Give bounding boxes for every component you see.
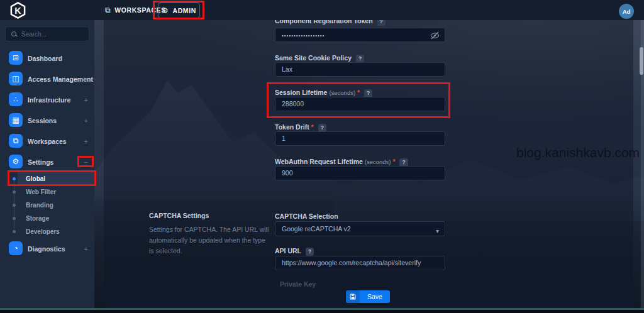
layers-icon: ⧉ — [105, 6, 111, 14]
required-asterisk: * — [311, 123, 314, 131]
svg-text:K: K — [14, 6, 21, 16]
expand-plus-icon[interactable]: + — [84, 131, 88, 151]
blog-watermark: blog.kanishkavb.com — [516, 145, 640, 160]
webauthn-request-lifetime-input[interactable]: 900 — [275, 166, 445, 180]
session-lifetime-input[interactable]: 288000 — [275, 97, 445, 111]
save-button[interactable]: Save — [346, 290, 390, 303]
same-site-cookie-policy-input[interactable]: Lax — [275, 62, 445, 77]
chevron-down-icon: ▾ — [436, 224, 439, 236]
sidebar-subitem-label: Global — [26, 172, 45, 185]
window-bottom-strip — [0, 310, 644, 313]
unit-text: (seconds) — [329, 89, 355, 96]
sidebar-subitem-label: Developers — [26, 224, 60, 238]
expand-plus-icon[interactable]: + — [84, 238, 88, 259]
bullet-dot-icon — [13, 217, 16, 220]
sidebar-subitem-branding[interactable]: Branding — [0, 198, 94, 212]
required-asterisk: * — [357, 89, 360, 96]
field-label-api-url: API URL? — [275, 247, 451, 256]
selected-option: Google reCAPTCHA v2 — [282, 225, 351, 233]
sidebar-subitem-developers[interactable]: Developers — [0, 224, 94, 238]
sidebar-subitem-web-filter[interactable]: Web Filter — [0, 185, 94, 199]
user-avatar[interactable]: Ad — [619, 4, 634, 19]
captcha-section-description: Settings for CAPTCHA. The API URL will a… — [149, 224, 270, 256]
sidebar-item-diagnostics[interactable]: Diagnostics + — [0, 238, 94, 259]
search-placeholder: Search... — [21, 31, 47, 38]
table-icon — [9, 113, 23, 127]
label-text: Same Site Cookie Policy — [275, 54, 352, 62]
sidebar-item-settings[interactable]: Settings − — [0, 151, 94, 172]
search-input[interactable]: Search... — [5, 26, 89, 41]
grid-icon — [9, 51, 23, 65]
captcha-selection-select[interactable]: Google reCAPTCHA v2 ▾ — [275, 221, 445, 236]
component-registration-token-input[interactable]: •••••••••••••••••• — [275, 28, 445, 42]
unit-text: (seconds) — [365, 158, 391, 165]
save-button-label: Save — [360, 290, 390, 303]
kasm-logo-icon[interactable]: K — [9, 2, 26, 19]
sidebar-subitem-label: Web Filter — [26, 185, 56, 199]
required-asterisk: * — [392, 158, 395, 165]
label-text: Token Drift — [275, 123, 309, 131]
field-label-captcha-selection: CAPTCHA Selection — [275, 212, 451, 220]
nodes-icon — [9, 92, 23, 106]
expand-plus-icon[interactable]: + — [84, 69, 88, 89]
expand-plus-icon[interactable]: + — [84, 89, 88, 110]
sidebar-item-label: Settings — [28, 151, 53, 172]
nav-admin-label: ADMIN — [172, 7, 196, 14]
sidebar-item-label: Dashboard — [28, 48, 62, 69]
expand-plus-icon[interactable]: + — [84, 110, 88, 131]
eye-slash-icon[interactable] — [430, 31, 440, 40]
sidebar-subitem-label: Storage — [26, 211, 49, 225]
floppy-disk-icon — [346, 290, 360, 303]
sidebar-item-workspaces[interactable]: Workspaces + — [0, 131, 94, 151]
sidebar-subitem-global[interactable]: Global — [0, 172, 94, 185]
sidebar-item-label: Infrastructure — [28, 89, 70, 110]
field-label-session-lifetime: Session Lifetime (seconds) *? — [275, 89, 451, 97]
field-label-private-key-faint: Private Key — [280, 280, 316, 288]
id-card-icon — [9, 72, 23, 85]
page-scrollbar-thumb[interactable] — [640, 47, 643, 75]
sidebar-item-label: Access Management — [28, 69, 93, 89]
field-label-token-drift: Token Drift *? — [275, 123, 451, 132]
help-badge[interactable]: ? — [306, 248, 314, 256]
app-root: K ⧉ WORKSPACES ⚙ ADMIN Ad Search... Dash… — [0, 0, 644, 313]
label-text: WebAuthn Request Lifetime — [275, 158, 363, 165]
sidebar-subitem-label: Branding — [26, 198, 53, 212]
bullet-dot-icon — [13, 177, 16, 180]
masked-value: •••••••••••••••••• — [282, 33, 325, 38]
gauge-icon — [9, 241, 23, 255]
bullet-dot-icon — [13, 204, 16, 207]
bullet-dot-icon — [13, 190, 16, 194]
captcha-section-heading: CAPTCHA Settings — [149, 212, 272, 219]
sidebar-item-dashboard[interactable]: Dashboard — [0, 48, 94, 69]
top-navigation-bar: K ⧉ WORKSPACES ⚙ ADMIN Ad — [0, 0, 644, 20]
search-icon — [11, 31, 17, 37]
sidebar-item-sessions[interactable]: Sessions + — [0, 110, 94, 131]
label-text: API URL — [275, 247, 301, 255]
field-label-same-site-cookie-policy: Same Site Cookie Policy? — [275, 54, 451, 63]
stack-icon — [9, 134, 23, 148]
bullet-dot-icon — [13, 230, 16, 233]
admin-sidebar: Search... Dashboard Access Management + … — [0, 20, 94, 308]
gear-icon — [9, 155, 23, 168]
nav-admin[interactable]: ⚙ ADMIN — [158, 3, 200, 18]
nav-workspaces[interactable]: ⧉ WORKSPACES — [105, 0, 166, 20]
label-text: Session Lifetime — [275, 89, 327, 96]
sidebar-item-infrastructure[interactable]: Infrastructure + — [0, 89, 94, 110]
sidebar-item-label: Workspaces — [28, 131, 67, 151]
sidebar-item-label: Sessions — [28, 110, 57, 131]
token-drift-input[interactable]: 1 — [275, 131, 445, 146]
collapse-minus-icon[interactable]: − — [84, 151, 88, 172]
sidebar-item-label: Diagnostics — [28, 238, 65, 259]
gear-icon: ⚙ — [162, 6, 169, 15]
field-label-webauthn-request-lifetime: WebAuthn Request Lifetime (seconds) *? — [275, 158, 451, 167]
sidebar-subitem-storage[interactable]: Storage — [0, 211, 94, 225]
api-url-input[interactable]: https://www.google.com/recaptcha/api/sit… — [275, 256, 445, 270]
sidebar-item-access-management[interactable]: Access Management + — [0, 69, 94, 89]
